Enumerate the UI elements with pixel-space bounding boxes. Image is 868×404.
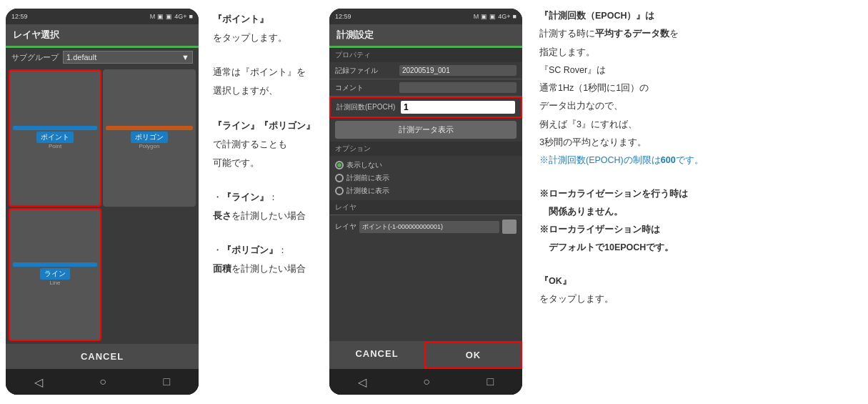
right-title: 計測設定 [329, 24, 522, 46]
polygon-label: ポリゴン [131, 132, 168, 143]
layer-item-point[interactable]: ポイント Point [9, 69, 101, 207]
right-recent-icon[interactable]: □ [487, 375, 494, 388]
layer-grid: ポイント Point ポリゴン Polygon ライン Line [6, 66, 199, 344]
right-exp-line9: ※計測回数(EPOCH)の制限は600です。 [539, 153, 759, 168]
exp-left-line6: で計測することも [213, 137, 315, 152]
radio-0-label: 表示しない [346, 160, 382, 170]
left-screen: レイヤ選択 サブグループ 1.default ▼ ポイント Point [6, 24, 199, 395]
options-section: 表示しない 計測前に表示 計測後に表示 [329, 156, 522, 200]
point-color-bar [13, 126, 97, 130]
right-exp-line7: 例えば『3』にすれば、 [539, 117, 759, 132]
exp-left-line5: 『ライン』『ポリゴン』 [213, 118, 315, 134]
file-row: 記録ファイル 20200519_001 [329, 62, 522, 79]
epoch-row: 計測回数(EPOCH) 1 [329, 97, 522, 118]
layer-item-polygon[interactable]: ポリゴン Polygon [103, 69, 196, 207]
exp-left-line2: をタップします。 [213, 30, 315, 46]
exp-left-line9: 長さを計測したい場合 [213, 208, 315, 224]
sub-group-row: サブグループ 1.default ▼ [6, 48, 199, 66]
right-exp-line2: 計測する時に平均するデータ数を [539, 26, 759, 41]
dropdown-arrow-icon: ▼ [181, 53, 189, 61]
exp-left-line8: ・『ライン』： [213, 189, 315, 205]
line-sub: Line [49, 280, 60, 286]
recent-icon[interactable]: □ [164, 375, 171, 388]
right-time: 12:59 [335, 13, 351, 20]
radio-0-circle[interactable] [335, 161, 344, 169]
exp-left-line11: 面積を計測したい場合 [213, 261, 315, 277]
sub-group-label: サブグループ [11, 52, 59, 63]
file-value: 20200519_001 [399, 65, 517, 76]
right-phone: 12:59 M ▣ ▣ 4G+ ■ 計測設定 プロパティ 記録ファイル 2020… [329, 9, 522, 395]
back-icon[interactable]: ◁ [34, 375, 43, 389]
layer-item-line[interactable]: ライン Line [9, 208, 101, 342]
radio-row-1[interactable]: 計測前に表示 [335, 172, 517, 184]
bottom-buttons: CANCEL OK [329, 341, 522, 369]
left-status-icons: M ▣ ▣ 4G+ ■ [150, 13, 193, 20]
comment-value[interactable] [399, 82, 517, 93]
radio-2-label: 計測後に表示 [346, 186, 389, 196]
epoch-value[interactable]: 1 [401, 101, 515, 114]
meas-data-button[interactable]: 計測データ表示 [335, 121, 517, 139]
point-sub: Point [49, 143, 61, 149]
layer-field-row: レイヤ ポイント(-1-000000000001) [335, 218, 517, 235]
left-time: 12:59 [11, 13, 28, 20]
right-home-icon[interactable]: ○ [423, 375, 430, 388]
comment-label: コメント [335, 83, 399, 93]
layer-section-label: レイヤ [329, 200, 522, 215]
right-exp-line13: デフォルトで10EPOCHです。 [539, 240, 759, 255]
right-exp-line8: 3秒間の平均となります。 [539, 135, 759, 150]
right-nav-bar: ◁ ○ □ [329, 369, 522, 395]
right-explanation: 『計測回数（EPOCH）』は 計測する時に平均するデータ数を 指定します。 『S… [528, 0, 771, 318]
right-status-icons: M ▣ ▣ 4G+ ■ [474, 13, 517, 20]
sub-group-select[interactable]: 1.default ▼ [63, 51, 193, 64]
exp-left-line1: 『ポイント』 [213, 11, 315, 27]
ok-button[interactable]: OK [424, 341, 522, 369]
options-label: オプション [329, 142, 522, 156]
cancel-button[interactable]: CANCEL [329, 341, 424, 369]
spacer [329, 238, 522, 341]
radio-row-0[interactable]: 表示しない [335, 159, 517, 172]
right-exp-line3: 指定します。 [539, 45, 759, 60]
right-exp-line1: 『計測回数（EPOCH）』は [539, 9, 759, 24]
comment-row: コメント [329, 79, 522, 97]
layer-value: ポイント(-1-000000000001) [359, 221, 499, 233]
left-nav-bar: ◁ ○ □ [6, 369, 199, 395]
layer-label: レイヤ [335, 222, 356, 232]
right-exp-line10: ※ローカライゼーションを行う時は [539, 187, 759, 202]
layer-select-content: サブグループ 1.default ▼ ポイント Point [6, 48, 199, 344]
layer-select-button[interactable] [502, 220, 517, 234]
polygon-color-bar [106, 126, 193, 130]
right-exp-line12: ※ローカライザーション時は [539, 222, 759, 237]
home-icon[interactable]: ○ [99, 375, 106, 388]
radio-row-2[interactable]: 計測後に表示 [335, 184, 517, 197]
exp-left-line10: ・『ポリゴン』： [213, 242, 315, 258]
right-exp-line14: 『OK』 [539, 274, 759, 289]
meas-content: プロパティ 記録ファイル 20200519_001 コメント 計測回数(EPOC… [329, 48, 522, 369]
radio-2-circle[interactable] [335, 187, 344, 195]
right-exp-line11: 関係ありません。 [539, 205, 759, 220]
right-exp-line5: 通常1Hz（1秒間に1回）の [539, 81, 759, 96]
sub-group-value: 1.default [66, 53, 96, 61]
polygon-sub: Polygon [139, 143, 160, 149]
point-label: ポイント [36, 132, 74, 143]
exp-left-line4: 選択しますが、 [213, 83, 315, 99]
property-label: プロパティ [329, 48, 522, 62]
layer-section: レイヤ ポイント(-1-000000000001) [329, 215, 522, 238]
left-status-bar: 12:59 M ▣ ▣ 4G+ ■ [6, 9, 199, 24]
right-exp-line6: データ出力なので、 [539, 99, 759, 114]
right-exp-line15: をタップします。 [539, 292, 759, 307]
line-color-bar [13, 262, 97, 267]
exp-left-line7: 可能です。 [213, 155, 315, 171]
radio-1-circle[interactable] [335, 174, 344, 182]
line-label: ライン [40, 268, 70, 280]
right-exp-line4: 『SC Rover』は [539, 63, 759, 78]
left-cancel-button[interactable]: CANCEL [6, 344, 199, 369]
epoch-label: 計測回数(EPOCH) [336, 102, 401, 112]
left-phone: 12:59 M ▣ ▣ 4G+ ■ レイヤ選択 サブグループ 1.default… [6, 9, 199, 395]
right-screen: 計測設定 プロパティ 記録ファイル 20200519_001 コメント 計測回数… [329, 24, 522, 395]
radio-1-label: 計測前に表示 [346, 173, 389, 183]
right-status-bar: 12:59 M ▣ ▣ 4G+ ■ [329, 9, 522, 24]
exp-left-line3: 通常は『ポイント』を [213, 64, 315, 80]
right-back-icon[interactable]: ◁ [358, 375, 366, 389]
left-explanation: 『ポイント』 をタップします。 通常は『ポイント』を 選択しますが、 『ライン』… [204, 0, 324, 291]
left-title: レイヤ選択 [6, 24, 199, 46]
